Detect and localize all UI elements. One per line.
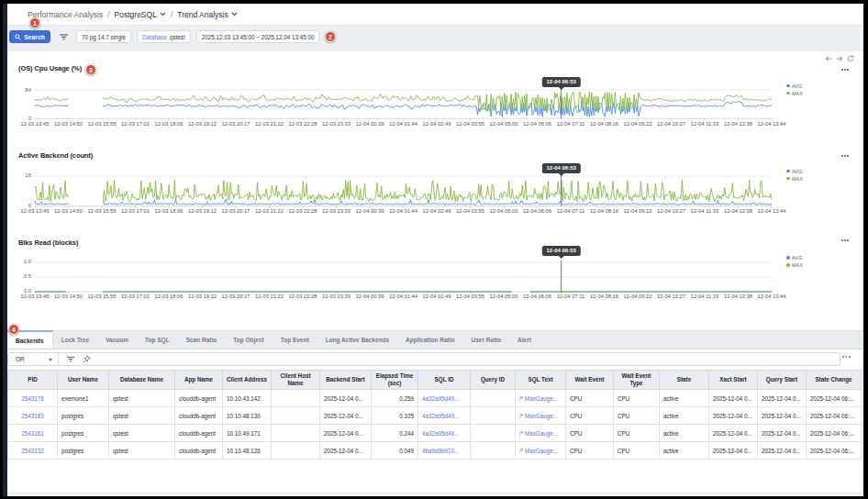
- y-axis-label: 1.0: [17, 259, 31, 264]
- column-header-backend-start[interactable]: Backend Start: [320, 371, 372, 390]
- column-header-database-name[interactable]: Database Name: [109, 371, 175, 390]
- column-header-client-host-name[interactable]: Client Host Name: [272, 371, 320, 390]
- cell-backend-start: 2025-12-04 0...: [320, 390, 372, 407]
- cell-link[interactable]: 4a32a95d49...: [422, 395, 459, 402]
- column-header-query-start[interactable]: Query Start: [758, 371, 807, 390]
- column-header-query-id[interactable]: Query ID: [471, 371, 516, 390]
- x-axis-label: 12-04 10:27: [657, 294, 685, 299]
- grid-more-options-icon[interactable]: [842, 356, 851, 358]
- chart-plot-active-backend-count[interactable]: [35, 174, 772, 210]
- cell-link[interactable]: 2543178: [21, 395, 44, 402]
- cell-user-name: postgres: [58, 442, 109, 460]
- column-header-wait-event[interactable]: Wait Event: [566, 371, 614, 390]
- tab-vacuum[interactable]: Vacuum: [97, 331, 137, 349]
- cell-link[interactable]: /* MaxGauge...: [519, 413, 558, 419]
- cell-database-name: qstest: [109, 390, 175, 407]
- legend-item-max[interactable]: MAX: [786, 261, 823, 269]
- legend-item-avg[interactable]: AVG: [786, 83, 823, 90]
- x-axis-label: 12-04 08:16: [590, 294, 618, 299]
- cell-backend-start: 2025-12-04 0...: [320, 425, 372, 442]
- cell-link[interactable]: 2543183: [21, 413, 44, 419]
- cell-query-start: 2025-12-04 0...: [758, 425, 807, 442]
- date-range-chip[interactable]: 2025.12.03 13:45:00 ~ 2025.12.04 13:45:0…: [196, 30, 320, 43]
- cell-link[interactable]: 2543132: [21, 448, 44, 454]
- tab-top-sql[interactable]: Top SQL: [137, 331, 178, 349]
- cell-sql-id: 4ba9d9b910...: [418, 442, 471, 460]
- cell-link[interactable]: 4ba9d9b910...: [422, 448, 459, 454]
- column-header-state[interactable]: State: [660, 371, 709, 390]
- cell-app-name: clouddb-agent: [175, 442, 223, 460]
- breadcrumb-page[interactable]: Trend Analysis: [177, 10, 237, 19]
- tab-application-ratio[interactable]: Application Ratio: [397, 331, 462, 349]
- column-header-wait-event-type[interactable]: Wait Event Type: [614, 371, 660, 390]
- chart-plot-blks-read-blocks[interactable]: [35, 261, 772, 295]
- chart-legend: AVGMAX: [786, 83, 823, 97]
- chart-plot-os-cpu-usage[interactable]: [35, 88, 772, 122]
- x-axis-label: 12-03 13:45: [21, 208, 50, 214]
- chart-title-active-backend-count: Active Backend (count): [18, 151, 93, 160]
- tab-top-object[interactable]: Top Object: [225, 331, 272, 349]
- tab-lock-tree[interactable]: Lock Tree: [53, 331, 97, 349]
- column-header-user-name[interactable]: User Name: [58, 371, 109, 390]
- chart-menu-icon[interactable]: [840, 238, 851, 243]
- chart-menu-icon[interactable]: [840, 153, 851, 159]
- x-axis-label: 12-03 17:01: [121, 208, 150, 214]
- legend-item-max[interactable]: MAX: [786, 90, 823, 97]
- instance-chip[interactable]: 70 pg 14.7 single: [76, 30, 131, 43]
- tab-top-event[interactable]: Top Event: [273, 331, 317, 349]
- cell-client-host-name: [272, 390, 320, 407]
- x-axis-label: 12-03 22:28: [289, 208, 317, 214]
- database-chip[interactable]: Databaseqstest: [137, 30, 191, 43]
- x-axis-label: 12-04 09:22: [624, 208, 652, 214]
- x-axis-label: 12-04 08:16: [590, 121, 618, 127]
- cell-link[interactable]: /* MaxGauge...: [519, 395, 558, 402]
- tab-long-active-backends[interactable]: Long Active Backends: [317, 331, 397, 349]
- cell-query-id: [471, 425, 516, 442]
- chart-menu-icon[interactable]: [840, 67, 851, 72]
- column-header-app-name[interactable]: App Name: [175, 371, 223, 390]
- column-header-pid[interactable]: PID: [8, 371, 58, 390]
- filter-operator-select[interactable]: OR: [8, 353, 59, 365]
- x-axis-label: 12-04 12:38: [724, 121, 752, 127]
- legend-item-max[interactable]: MAX: [786, 175, 823, 183]
- breadcrumb-db-type[interactable]: PostgreSQL: [115, 10, 166, 19]
- search-button[interactable]: Search: [9, 30, 50, 43]
- column-header-state-change[interactable]: State Change: [807, 371, 862, 390]
- x-axis-label: 12-04 06:06: [523, 121, 551, 127]
- tab-user-ratio[interactable]: User Ratio: [463, 331, 510, 349]
- cell-link[interactable]: 2543161: [21, 430, 44, 437]
- legend-label: MAX: [792, 262, 803, 268]
- tab-alert[interactable]: Alert: [509, 331, 540, 349]
- x-axis-label: 12-04 07:11: [557, 121, 585, 127]
- cell-link[interactable]: 4a32a95d49...: [422, 413, 459, 419]
- column-header-elapsed-time-sec-[interactable]: Elapsed Time (sec): [372, 371, 418, 390]
- legend-item-avg[interactable]: AVG: [786, 254, 823, 261]
- x-axis-label: 12-03 19:12: [188, 208, 217, 214]
- cell-link[interactable]: /* MaxGauge...: [519, 448, 558, 454]
- column-header-sql-id[interactable]: SQL ID: [418, 371, 471, 390]
- grid-filter-funnel-icon[interactable]: [66, 356, 75, 363]
- cell-pid: 2543178: [8, 390, 58, 407]
- prev-period-arrow-icon[interactable]: [825, 55, 832, 62]
- x-axis-label: 12-03 19:12: [188, 121, 217, 127]
- column-header-sql-text[interactable]: SQL Text: [516, 371, 566, 390]
- column-header-xact-start[interactable]: Xact Start: [709, 371, 758, 390]
- cell-link[interactable]: /* MaxGauge...: [519, 430, 558, 437]
- cell-client-address: 10.10.48.130: [223, 407, 272, 425]
- trend-analysis-page: {"breadcrumb":{"root":"Performance Analy…: [0, 0, 868, 499]
- cell-link[interactable]: 4a32a95d49...: [422, 430, 459, 437]
- cell-app-name: clouddb-agent: [175, 425, 223, 442]
- column-header-client-address[interactable]: Client Address: [223, 371, 272, 390]
- cell-query-start: 2025-12-04 0...: [758, 407, 807, 425]
- table-row: 2543132postgresqstestclouddb-agent10.10.…: [8, 442, 862, 460]
- pin-filter-icon[interactable]: [83, 355, 91, 363]
- breadcrumb-root[interactable]: Performance Analysis: [28, 10, 103, 19]
- next-period-arrow-icon[interactable]: [836, 55, 843, 62]
- legend-item-avg[interactable]: AVG: [786, 168, 823, 175]
- x-axis-label: 12-04 10:27: [657, 208, 685, 214]
- refresh-icon[interactable]: [847, 55, 854, 62]
- x-axis-label: 12-04 05:00: [490, 121, 518, 127]
- series-avg-line: [103, 199, 772, 205]
- filter-funnel-icon[interactable]: [59, 33, 69, 41]
- tab-scan-ratio[interactable]: Scan Ratio: [178, 331, 226, 349]
